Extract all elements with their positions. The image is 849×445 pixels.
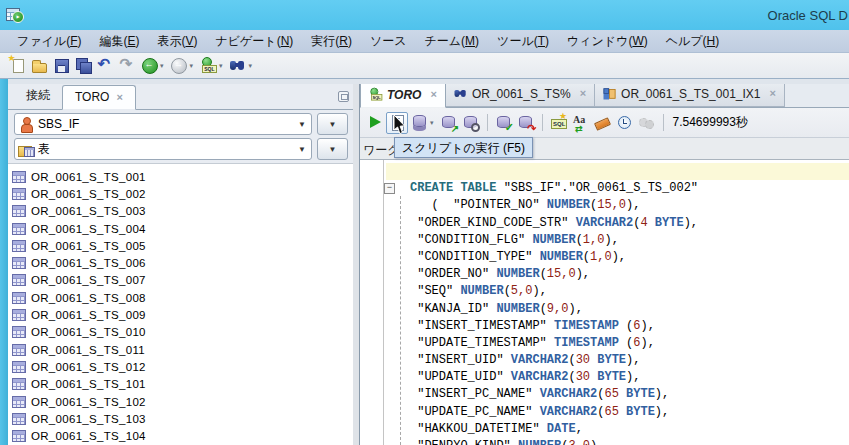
- sql-editor[interactable]: − CREATE TABLE "SBS_IF"."OR_0061_S_TS_00…: [360, 160, 849, 445]
- table-row[interactable]: OR_0061_S_TS_009: [12, 306, 353, 323]
- table-row[interactable]: OR_0061_S_TS_012: [12, 358, 353, 375]
- table-row[interactable]: OR_0061_S_TS_008: [12, 289, 353, 306]
- object-type-menu-button[interactable]: ▼: [317, 138, 348, 160]
- save-all-button[interactable]: [72, 55, 94, 77]
- table-row[interactable]: OR_0061_S_TS_007: [12, 272, 353, 289]
- save-all-icon: [75, 57, 92, 74]
- rollback-button[interactable]: [515, 112, 537, 134]
- table-icon: [12, 257, 26, 269]
- open-folder-button[interactable]: [28, 55, 50, 77]
- mouse-cursor: [393, 115, 406, 136]
- menu-item[interactable]: ソース: [361, 31, 416, 52]
- table-row[interactable]: OR_0061_S_TS_010: [12, 324, 353, 341]
- menu-item[interactable]: ファイル(F): [8, 31, 90, 52]
- object-type-combo-row: 表 ▼ ▼: [14, 138, 347, 160]
- table-icon: [12, 240, 26, 252]
- table-icon: [12, 344, 26, 356]
- schema-menu-button[interactable]: ▼: [317, 113, 348, 135]
- forward-button[interactable]: [168, 55, 190, 77]
- binoculars-button[interactable]: [227, 55, 249, 77]
- explain-plan-button[interactable]: [438, 112, 460, 134]
- new-file-button[interactable]: [6, 55, 28, 77]
- back-dropdown-icon[interactable]: ▾: [160, 62, 164, 70]
- table-name: OR_0061_S_TS_101: [31, 378, 146, 390]
- sql-worksheet-dropdown-icon[interactable]: ▾: [219, 62, 223, 70]
- table-row[interactable]: OR_0061_S_TS_101: [12, 376, 353, 393]
- close-icon[interactable]: ×: [116, 93, 122, 102]
- commit-button[interactable]: [493, 112, 515, 134]
- main-content: 接続TORO× SBS_IF ▼ ▼ 表 ▼ ▼ OR_0061_S_T: [0, 79, 849, 445]
- table-row[interactable]: OR_0061_S_TS_104: [12, 427, 353, 444]
- menu-item[interactable]: 編集(E): [90, 31, 148, 52]
- editor-tab[interactable]: OR_0061_S_TS%×: [446, 84, 595, 107]
- clear-button[interactable]: [592, 112, 614, 134]
- table-icon: [12, 223, 26, 235]
- close-icon[interactable]: ×: [430, 90, 436, 99]
- panel-tab-toro[interactable]: TORO×: [62, 85, 136, 110]
- menu-item[interactable]: 表示(V): [148, 31, 206, 52]
- panel-tab-接続[interactable]: 接続: [14, 84, 62, 109]
- table-name: OR_0061_S_TS_005: [31, 240, 146, 252]
- table-row[interactable]: OR_0061_S_TS_011: [12, 341, 353, 358]
- table-row[interactable]: OR_0061_S_TS_004: [12, 220, 353, 237]
- table-row[interactable]: OR_0061_S_TS_001: [12, 168, 353, 185]
- table-folder-icon: [18, 141, 35, 158]
- autotrace-dropdown-icon[interactable]: ▾: [430, 119, 434, 127]
- history-button[interactable]: [614, 112, 636, 134]
- new-worksheet-button[interactable]: [548, 112, 570, 134]
- case-toggle-button[interactable]: [570, 112, 592, 134]
- sql-worksheet-button[interactable]: [197, 55, 219, 77]
- schema-select[interactable]: SBS_IF ▼: [14, 113, 312, 135]
- save-button[interactable]: [50, 55, 72, 77]
- back-icon: [141, 57, 158, 74]
- panel-tab-label: 接続: [26, 87, 50, 104]
- close-icon[interactable]: ×: [770, 89, 776, 98]
- undo-button[interactable]: [94, 55, 116, 77]
- editor-tab[interactable]: TORO×: [360, 84, 446, 108]
- table-name: OR_0061_S_TS_006: [31, 257, 146, 269]
- window-edge: [0, 79, 8, 445]
- minimize-panel-icon[interactable]: [338, 91, 349, 102]
- table-icon: [12, 430, 26, 442]
- table-row[interactable]: OR_0061_S_TS_103: [12, 410, 353, 427]
- menu-item[interactable]: ナビゲート(N): [207, 31, 303, 52]
- open-folder-icon: [31, 57, 48, 74]
- table-row[interactable]: OR_0061_S_TS_002: [12, 185, 353, 202]
- menu-item[interactable]: ウィンドウ(W): [558, 31, 657, 52]
- menubar: ファイル(F)編集(E)表示(V)ナビゲート(N)実行(R)ソースチーム(M)ツ…: [0, 30, 849, 53]
- table-row[interactable]: OR_0061_S_TS_006: [12, 254, 353, 271]
- code-line: "UPDATE_PC_NAME" VARCHAR2(65 BYTE),: [386, 404, 849, 421]
- chevron-down-icon[interactable]: ▼: [298, 145, 306, 154]
- table-row[interactable]: OR_0061_S_TS_102: [12, 393, 353, 410]
- menu-item[interactable]: ヘルプ(H): [657, 31, 729, 52]
- object-type-select[interactable]: 表 ▼: [14, 138, 312, 160]
- run-button[interactable]: [364, 112, 386, 134]
- table-row[interactable]: OR_0061_S_TS_003: [12, 203, 353, 220]
- editor-gutter: [360, 160, 384, 445]
- gears-button[interactable]: [636, 112, 658, 134]
- code-line: CREATE TABLE "SBS_IF"."OR_0061_S_TS_002": [386, 180, 849, 197]
- sql-developer-window: Oracle SQL D ファイル(F)編集(E)表示(V)ナビゲート(N)実行…: [0, 0, 849, 445]
- table-name: OR_0061_S_TS_004: [31, 223, 146, 235]
- worksheet-subtab-row: ワーク スクリプトの実行 (F5) ダー: [360, 138, 849, 160]
- menu-item[interactable]: ツール(T): [488, 31, 558, 52]
- editor-tab[interactable]: OR_0061_S_TS_001_IX1×: [595, 84, 785, 107]
- redo-button[interactable]: [116, 55, 138, 77]
- binoculars-dropdown-icon[interactable]: ▾: [249, 62, 253, 70]
- table-row[interactable]: OR_0061_S_TS_005: [12, 237, 353, 254]
- connections-panel: 接続TORO× SBS_IF ▼ ▼ 表 ▼ ▼ OR_0061_S_T: [8, 84, 353, 445]
- back-button[interactable]: [138, 55, 160, 77]
- chevron-down-icon[interactable]: ▼: [298, 120, 306, 129]
- table-list: OR_0061_S_TS_001OR_0061_S_TS_002OR_0061_…: [8, 163, 353, 445]
- autotrace-button[interactable]: [408, 112, 430, 134]
- editor-tabs: TORO×OR_0061_S_TS%×OR_0061_S_TS_001_IX1×: [360, 84, 849, 108]
- table-icon: [12, 413, 26, 425]
- sql-tuning-button[interactable]: [460, 112, 482, 134]
- code-line: "DENPYO_KIND" NUMBER(3,0): [386, 438, 849, 445]
- code-fold-icon[interactable]: −: [384, 183, 395, 194]
- close-icon[interactable]: ×: [580, 89, 586, 98]
- code-line: "KANJA_ID" NUMBER(9,0),: [386, 301, 849, 318]
- menu-item[interactable]: チーム(M): [416, 31, 489, 52]
- forward-dropdown-icon[interactable]: ▾: [190, 62, 194, 70]
- menu-item[interactable]: 実行(R): [302, 31, 361, 52]
